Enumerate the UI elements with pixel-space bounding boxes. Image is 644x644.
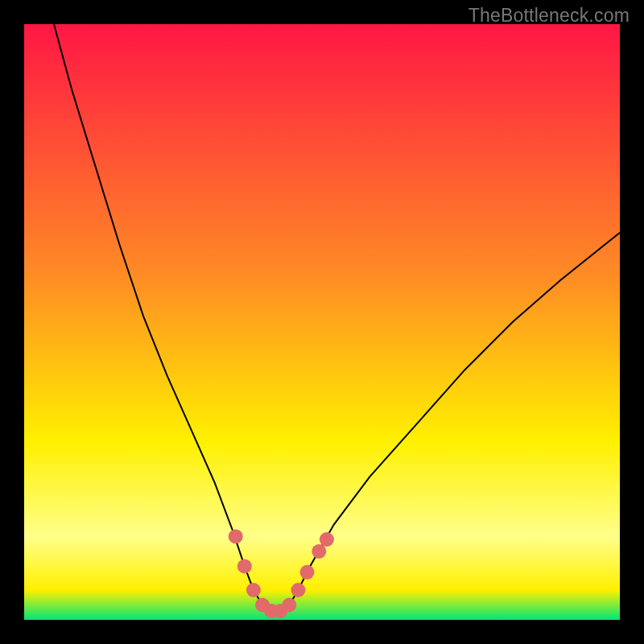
gradient-background — [24, 24, 620, 620]
outer-frame: TheBottleneck.com — [0, 0, 644, 644]
highlight-dot — [246, 583, 261, 597]
highlight-dot — [282, 598, 296, 613]
watermark-text: TheBottleneck.com — [469, 5, 630, 27]
chart-plot — [24, 24, 620, 620]
chart-svg — [24, 24, 620, 620]
highlight-dot — [320, 532, 334, 547]
highlight-dot — [300, 565, 315, 580]
highlight-dot — [312, 544, 326, 559]
highlight-dot — [229, 529, 243, 543]
highlight-dot — [237, 559, 252, 573]
highlight-dot — [291, 583, 305, 597]
